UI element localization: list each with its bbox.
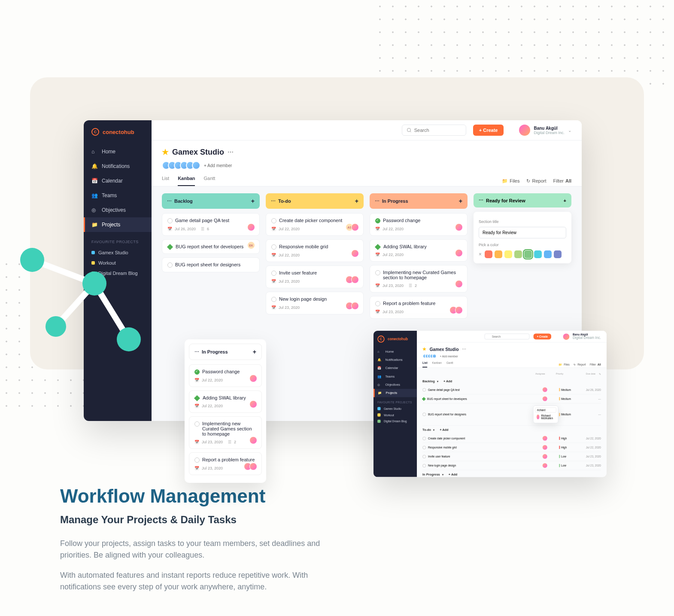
color-swatch[interactable]	[514, 250, 522, 258]
task-card[interactable]: Report a problem feature 📅Jul 23, 2020	[189, 452, 262, 475]
color-swatch[interactable]	[485, 250, 492, 258]
search-input[interactable]	[402, 125, 466, 136]
assignee-avatar-icon[interactable]	[351, 302, 359, 310]
add-task-button[interactable]: + Add	[443, 379, 452, 383]
task-card[interactable]: Password change 📅Jul 22, 2020	[189, 364, 262, 387]
tab-kanban[interactable]: Kanban	[432, 362, 442, 368]
check-icon[interactable]	[194, 457, 200, 463]
assignee-avatar-icon[interactable]	[543, 436, 547, 441]
more-icon[interactable]: ⋯	[479, 198, 483, 203]
column-header[interactable]: ⋯ Ready for Review +	[474, 193, 571, 207]
sidebar-item-teams[interactable]: 👥Teams	[373, 372, 417, 381]
check-icon[interactable]	[422, 445, 426, 449]
task-card[interactable]: Adding SWAL library 📅Jul 22, 2020	[370, 239, 468, 262]
star-icon[interactable]: ★	[162, 147, 169, 157]
add-card-icon[interactable]: +	[564, 198, 566, 203]
section-title-input[interactable]	[479, 227, 566, 238]
task-card[interactable]: Game detail page QA test 📅Jul 26, 2020☰6	[162, 213, 260, 236]
color-swatch[interactable]	[504, 250, 512, 258]
filter-button[interactable]: Filter All	[590, 362, 601, 368]
add-member-button[interactable]: + Add member	[440, 355, 458, 357]
check-icon[interactable]	[167, 218, 173, 223]
create-button[interactable]: + Create	[473, 125, 504, 136]
add-task-button[interactable]: + Add	[449, 473, 457, 476]
add-card-icon[interactable]: +	[253, 348, 256, 355]
favourite-project[interactable]: Gamex Studio	[373, 406, 417, 412]
sidebar-item-projects[interactable]: 📁Projects	[373, 389, 417, 397]
check-icon[interactable]	[375, 270, 380, 275]
favourite-project[interactable]: Gamex Studio	[84, 247, 152, 258]
tab-gantt[interactable]: Gantt	[203, 176, 215, 186]
task-card[interactable]: Password change 📅Jul 22, 2020	[370, 213, 468, 236]
task-card[interactable]: Create date picker component 📅Jul 22, 20…	[266, 213, 364, 236]
files-button[interactable]: 📁 Files	[502, 176, 519, 186]
sidebar-item-objectives[interactable]: ◎Objectives	[373, 381, 417, 389]
check-icon[interactable]	[422, 388, 426, 391]
task-card[interactable]: Responsive mobile grid 📅Jul 22, 2020	[266, 239, 364, 262]
more-icon[interactable]: ⋯	[271, 198, 276, 204]
add-task-button[interactable]: + Add	[440, 428, 448, 431]
color-swatch[interactable]	[544, 250, 552, 258]
column-header[interactable]: ⋯ To-do +	[266, 193, 364, 209]
sidebar-item-teams[interactable]: 👥Teams	[84, 188, 152, 203]
task-row[interactable]: New login page design Low Jul 23, 2020	[422, 461, 601, 470]
list-section-header[interactable]: Backlog▾+ Add	[422, 377, 601, 385]
user-menu[interactable]: Banu Akgül Digital Dream Inc. ⌄	[519, 125, 571, 136]
sidebar-item-calendar[interactable]: 📅Calendar	[373, 364, 417, 372]
color-swatch[interactable]	[554, 250, 562, 258]
column-header[interactable]: ⋯ Backlog +	[162, 193, 260, 209]
files-button[interactable]: 📁 Files	[559, 362, 570, 368]
assignee-avatar-icon[interactable]	[351, 276, 359, 284]
favourite-project[interactable]: Workout	[84, 258, 152, 268]
task-card[interactable]: Implementing new Curated Games section t…	[370, 265, 468, 293]
assignee-avatar-icon[interactable]	[543, 445, 547, 450]
check-icon[interactable]	[271, 218, 276, 223]
tab-list[interactable]: List	[422, 362, 427, 368]
sidebar-item-notifications[interactable]: 🔔Notifications	[373, 356, 417, 364]
assignee-search-input[interactable]	[535, 407, 556, 412]
check-icon[interactable]	[422, 454, 426, 458]
add-card-icon[interactable]: +	[355, 198, 358, 204]
more-icon[interactable]: ⋯	[462, 347, 466, 352]
list-section-header[interactable]: To-do▾+ Add	[422, 426, 601, 434]
assignee-avatar-icon[interactable]	[351, 250, 359, 257]
color-swatch[interactable]	[524, 250, 532, 258]
assignee-option[interactable]: Richard McMullen	[535, 412, 556, 421]
check-icon[interactable]	[375, 301, 380, 306]
assignee-avatar-icon[interactable]	[455, 223, 463, 231]
brand-logo[interactable]: C conectohub	[373, 335, 417, 348]
color-swatch[interactable]	[495, 250, 502, 258]
assignee-avatar-icon[interactable]	[543, 463, 547, 468]
assignee-avatar-icon[interactable]	[249, 400, 257, 408]
assignee-avatar-icon[interactable]	[455, 306, 463, 314]
task-card[interactable]: Invite user feature 📅Jul 23, 2020	[266, 265, 364, 288]
favourite-project[interactable]: Digital Dream Blog	[84, 268, 152, 278]
color-swatch[interactable]	[534, 250, 542, 258]
create-button[interactable]: + Create	[533, 333, 551, 339]
column-header[interactable]: ⋯ In Progress +	[370, 193, 468, 209]
check-icon[interactable]	[271, 271, 276, 276]
check-done-icon[interactable]	[194, 369, 200, 375]
task-card[interactable]: Adding SWAL library 📅Jul 22, 2020	[189, 390, 262, 413]
add-card-icon[interactable]: +	[459, 198, 462, 204]
check-icon[interactable]	[422, 464, 426, 467]
check-icon[interactable]	[271, 297, 276, 302]
task-row[interactable]: BUG report sheet for developers Medium -…	[422, 394, 601, 403]
task-card[interactable]: Report a problem feature 📅Jul 23, 2020	[370, 296, 468, 319]
check-icon[interactable]	[271, 244, 276, 250]
task-row[interactable]: BUG report sheet for designers Richard M…	[422, 403, 601, 426]
assignee-avatar-icon[interactable]	[455, 249, 463, 257]
star-icon[interactable]: ★	[422, 347, 426, 352]
add-member-button[interactable]: + Add member	[204, 163, 232, 168]
more-icon[interactable]: ⋯	[375, 198, 380, 204]
assignee-avatar-icon[interactable]	[351, 223, 359, 231]
assignee-avatar-icon[interactable]	[249, 436, 257, 444]
assignee-avatar-icon[interactable]	[455, 280, 463, 288]
check-icon[interactable]	[194, 421, 200, 427]
tab-gantt[interactable]: Gantt	[446, 362, 453, 368]
assignee-avatar-icon[interactable]	[249, 463, 257, 470]
check-done-icon[interactable]	[375, 218, 380, 223]
task-card[interactable]: New login page design 📅Jul 23, 2020	[266, 292, 364, 314]
tab-list[interactable]: List	[162, 176, 169, 186]
list-section-header[interactable]: In Progress▾+ Add	[422, 470, 601, 477]
